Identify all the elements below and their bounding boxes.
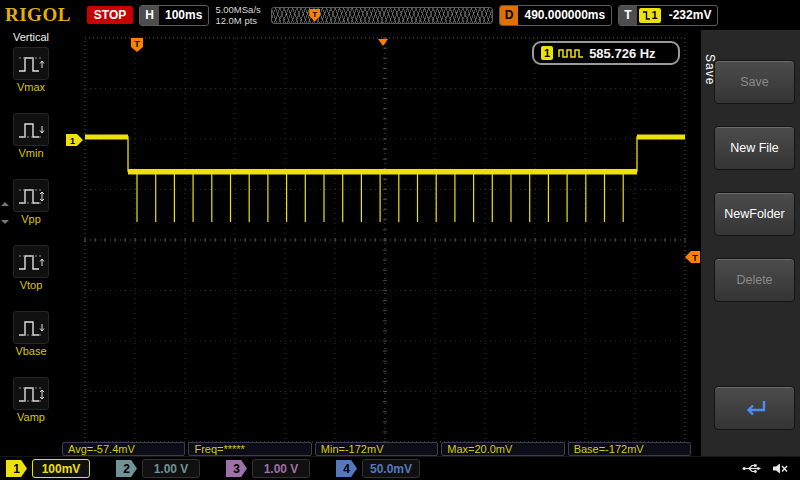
- save-button[interactable]: Save: [714, 60, 795, 104]
- measurement-min[interactable]: Min=-172mV: [315, 442, 438, 456]
- frequency-counter: 1 585.726 Hz: [532, 41, 680, 65]
- timebase-value: 100ms: [159, 8, 208, 22]
- menu-title: Vertical: [13, 31, 49, 43]
- channel-2-status[interactable]: 2 1.00 V: [116, 459, 200, 478]
- menu-item-vmax[interactable]: Vmax: [13, 47, 49, 93]
- measurement-bar: Avg=-57.4mV Freq=***** Min=-172mV Max=20…: [62, 442, 691, 456]
- delete-button[interactable]: Delete: [714, 258, 795, 302]
- channel-4-status[interactable]: 4 50.0mV: [336, 459, 420, 478]
- memory-depth: 12.0M pts: [215, 15, 260, 26]
- sample-rate: 5.00MSa/s: [215, 4, 260, 15]
- channel-2-scale: 1.00 V: [142, 459, 200, 478]
- channel-1-tag: 1: [6, 460, 27, 477]
- square-wave-icon: [558, 48, 584, 59]
- horizontal-label: H: [140, 6, 159, 25]
- scope-display: T1T: [63, 32, 705, 444]
- vpp-icon: [13, 179, 49, 212]
- speaker-mute-icon[interactable]: [772, 462, 788, 475]
- menu-item-label: Vamp: [17, 411, 45, 423]
- measurement-freq[interactable]: Freq=*****: [188, 442, 311, 456]
- menu-item-vamp[interactable]: Vamp: [13, 377, 49, 423]
- usb-icon: [742, 463, 762, 474]
- system-icons: [742, 462, 788, 475]
- menu-item-vbase[interactable]: Vbase: [13, 311, 49, 357]
- channel-3-tag: 3: [226, 460, 247, 477]
- measurement-avg[interactable]: Avg=-57.4mV: [62, 442, 185, 456]
- trigger-source-chip: 1: [639, 8, 661, 23]
- measurement-base[interactable]: Base=-172mV: [568, 442, 691, 456]
- brand-logo: RIGOL: [5, 4, 71, 26]
- return-arrow-icon: [740, 398, 770, 418]
- channel-1-scale: 100mV: [32, 459, 90, 478]
- acquisition-info: 5.00MSa/s 12.0M pts: [215, 4, 260, 26]
- svg-text:1: 1: [70, 136, 75, 146]
- new-folder-button[interactable]: NewFolder: [714, 192, 795, 236]
- menu-item-vpp[interactable]: Vpp: [13, 179, 49, 225]
- trigger-label: T: [619, 6, 636, 25]
- channel-1-status[interactable]: 1 100mV: [6, 459, 90, 478]
- falling-edge-icon: [642, 10, 651, 21]
- trigger-level-value: -232mV: [663, 8, 718, 22]
- menu-item-label: Vmax: [17, 81, 45, 93]
- menu-item-vtop[interactable]: Vtop: [13, 245, 49, 291]
- menu-item-label: Vbase: [15, 345, 46, 357]
- vmax-icon: [13, 47, 49, 80]
- delay-value: 490.000000ms: [518, 8, 611, 22]
- trigger-source: 1: [652, 9, 658, 21]
- delay-label: D: [500, 6, 519, 25]
- run-state-indicator[interactable]: STOP: [87, 6, 133, 24]
- vbase-icon: [13, 311, 49, 344]
- svg-text:T: T: [134, 39, 140, 49]
- delay-group[interactable]: D 490.000000ms: [499, 5, 612, 26]
- measurement-max[interactable]: Max=20.0mV: [441, 442, 564, 456]
- trigger-group[interactable]: T 1 -232mV: [618, 5, 718, 26]
- counter-value: 585.726 Hz: [589, 46, 656, 61]
- new-file-button[interactable]: New File: [714, 126, 795, 170]
- menu-item-label: Vmin: [18, 147, 43, 159]
- memory-position-bar[interactable]: T: [271, 7, 493, 24]
- return-button[interactable]: [714, 386, 795, 430]
- status-bar: RIGOL STOP H 100ms 5.00MSa/s 12.0M pts T…: [0, 0, 800, 30]
- menu-page-indicator: [1, 198, 9, 228]
- channel-3-status[interactable]: 3 1.00 V: [226, 459, 310, 478]
- oscilloscope-screen: RIGOL STOP H 100ms 5.00MSa/s 12.0M pts T…: [0, 0, 800, 480]
- horizontal-group[interactable]: H 100ms: [139, 5, 209, 26]
- svg-text:T: T: [692, 253, 698, 263]
- channel-3-scale: 1.00 V: [252, 459, 310, 478]
- vtop-icon: [13, 245, 49, 278]
- channel-status-bar: 1 100mV 2 1.00 V 3 1.00 V 4 50.0mV: [0, 456, 800, 480]
- menu-item-vmin[interactable]: Vmin: [13, 113, 49, 159]
- left-softkey-menu: Vertical Vmax Vmin Vpp Vtop Vbase Vamp: [0, 30, 62, 456]
- menu-item-label: Vpp: [21, 213, 41, 225]
- vmin-icon: [13, 113, 49, 146]
- trigger-position-marker[interactable]: T: [309, 9, 320, 22]
- channel-2-tag: 2: [116, 460, 137, 477]
- channel-4-scale: 50.0mV: [362, 459, 420, 478]
- menu-item-label: Vtop: [20, 279, 43, 291]
- softkey-menu: Save Save New File NewFolder Delete: [700, 30, 800, 456]
- vamp-icon: [13, 377, 49, 410]
- counter-channel-chip: 1: [541, 46, 553, 60]
- channel-4-tag: 4: [336, 460, 357, 477]
